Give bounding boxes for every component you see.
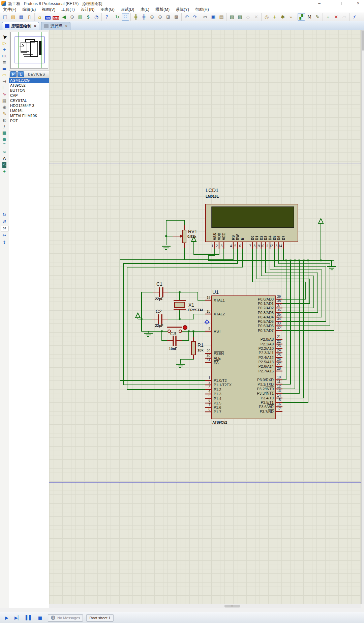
tab-schematic-close-icon[interactable]: × [34,24,36,28]
crystal-body[interactable] [175,302,185,308]
gauge-button[interactable]: ◔ [93,13,100,21]
line-tool[interactable]: / [1,123,8,130]
bom-button[interactable]: $ [85,13,92,21]
rotate-ccw-button[interactable]: ↺ [1,219,8,225]
library-manager-button[interactable]: L [18,71,24,77]
import-button[interactable]: ▯ [26,13,33,21]
text-tool[interactable]: A [1,155,8,162]
design-explorer-button[interactable]: ⊙ [68,13,76,21]
new-project-button[interactable]: ▥ [77,13,84,21]
mirror-horizontal-button[interactable]: ↔ [1,232,8,238]
zoom-all-button[interactable]: ⊠ [173,13,180,21]
voltage-probe-tool[interactable]: ✎ [1,111,8,117]
pick-devices-button[interactable]: P [10,71,17,77]
rotation-angle-box[interactable]: 0? [1,226,8,231]
step-button[interactable]: ▶▏ [13,614,22,622]
search-tag-button[interactable]: M [306,13,313,21]
vertical-scrollbar-thumb[interactable] [362,30,364,51]
bus-tool[interactable]: ▬ [1,66,8,72]
wire-label-tool[interactable]: LBL [1,53,8,59]
help-button[interactable]: ? [103,13,111,21]
redo-button[interactable]: ↷ [191,13,199,21]
resistor-body[interactable] [191,341,195,355]
rotate-cw-button[interactable]: ↻ [1,212,8,218]
zoom-in-button[interactable]: ⊕ [148,13,156,21]
menu-help[interactable]: 帮助(H) [192,7,212,12]
lcd-screen[interactable] [212,207,294,228]
origin-button[interactable]: ╬ [132,13,140,21]
device-item-crystal[interactable]: CRYSTAL [9,98,49,103]
horizontal-scrollbar[interactable]: ∷ [49,604,361,608]
new-file-button[interactable]: □ [1,13,9,21]
junction-dot-tool[interactable]: + [1,47,8,53]
text-script-tool[interactable]: ≡ [1,59,8,65]
pick-parts-button[interactable]: ◎ [263,13,270,21]
device-item-pot[interactable]: POT [9,118,49,123]
menu-template[interactable]: 模版(M) [152,7,173,12]
selection-tool[interactable]: ▶ [1,34,8,40]
zoom-out-button[interactable]: ⊖ [156,13,164,21]
device-item-agm1232g[interactable]: AGM1232G [9,78,49,83]
block-delete-button[interactable]: ✕ [252,13,260,21]
schematic-preview[interactable] [10,32,48,69]
graph-tool[interactable]: ∿ [1,91,8,97]
menu-file[interactable]: 文件(F) [0,7,19,12]
menu-tools[interactable]: 工具(T) [58,7,78,12]
menu-edit[interactable]: 编辑(E) [19,7,39,12]
refresh-button[interactable]: ↻ [114,13,121,21]
goto-sheet-button[interactable]: ▱ [340,13,348,21]
path-tool[interactable]: ∞ [1,149,8,155]
copy-button[interactable]: ▣ [210,13,217,21]
circle-tool[interactable]: ● [1,136,8,142]
paste-button[interactable]: ▤ [218,13,225,21]
virtual-instrument-tool[interactable]: ◐ [1,117,8,123]
mirror-vertical-button[interactable]: ↕ [1,239,8,246]
decompose-button[interactable]: ⌁ [287,13,295,21]
pot-body[interactable] [183,230,186,243]
symbol-tool[interactable]: S [1,162,8,168]
tape-recorder-tool[interactable]: ▤ [1,98,8,104]
wire-autorouter-button[interactable]: ▞ [298,13,305,21]
device-item-cap[interactable]: CAP [9,93,49,98]
subcircuit-tool[interactable]: ▭ [1,72,8,78]
property-assignment-button[interactable]: ✎ [314,13,321,21]
new-sheet-button[interactable]: ＋ [324,13,332,21]
pan-button[interactable]: ╋ [140,13,148,21]
remove-sheet-button[interactable]: ✕ [332,13,340,21]
cut-button[interactable]: ✂ [202,13,209,21]
block-move-button[interactable]: ▨ [236,13,244,21]
block-rotate-button[interactable]: ◇ [244,13,252,21]
zoom-area-button[interactable]: ⊞ [164,13,172,21]
generator-tool[interactable]: ◉ [1,104,8,110]
menu-design[interactable]: 设计(N) [78,7,98,12]
open-file-button[interactable]: ▨ [9,13,17,21]
component-tool[interactable]: ▷ [1,40,8,46]
device-item-metalfilm10k[interactable]: METALFILM10K [9,113,49,118]
marker-tool[interactable]: ＋ [1,168,8,174]
menu-debug[interactable]: 调试(D) [118,7,138,12]
vertical-scrollbar[interactable] [361,30,364,604]
home-button[interactable]: ⌂ [36,13,43,21]
device-item-hdg12864f-3[interactable]: HDG12864F-3 [9,103,49,108]
play-button[interactable]: ▶ [2,614,11,622]
minimize-button[interactable]: – [312,0,327,7]
grid-toggle-button[interactable]: ∷ [122,13,129,21]
box-tool[interactable]: ■ [1,130,8,136]
close-button[interactable]: × [352,0,364,7]
pcb-layout-button[interactable]: ARES [52,13,60,21]
menu-system[interactable]: 系统(Y) [173,7,192,12]
device-item-button[interactable]: BUTTON [9,88,49,93]
undo-button[interactable]: ↶ [183,13,190,21]
arc-tool[interactable]: ⌒ [1,143,8,149]
save-file-button[interactable]: ▦ [18,13,25,21]
tab-schematic[interactable]: 原理图绘制× [2,22,39,30]
horizontal-scrollbar-thumb[interactable]: ∷ [224,605,240,607]
device-item-lm016l[interactable]: LM016L [9,108,49,113]
device-item-at89c52[interactable]: AT89C52 [9,83,49,88]
tab-source-close-icon[interactable]: × [65,24,67,28]
menu-graph[interactable]: 图表(G) [97,7,117,12]
schematic-canvas[interactable]: LCD1LM016LU1AT89C52C122pFC222pFX1CRYSTAL… [49,30,361,604]
electrical-rule-check-button[interactable]: ⚡ [351,13,358,21]
stop-button[interactable]: ■ [36,614,44,622]
menu-library[interactable]: 库(L) [137,7,152,12]
